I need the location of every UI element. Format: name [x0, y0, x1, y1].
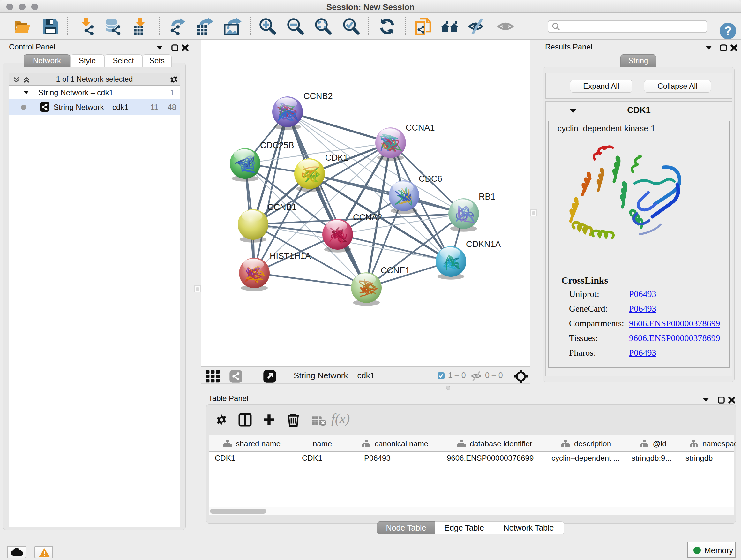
svg-text:HIST1H1A: HIST1H1A — [270, 251, 311, 261]
svg-text:CDK1: CDK1 — [325, 153, 348, 163]
svg-text:CDKN1A: CDKN1A — [466, 240, 501, 249]
svg-text:CCNB1: CCNB1 — [267, 202, 297, 212]
svg-text:RB1: RB1 — [479, 192, 495, 201]
svg-text:CCNA2: CCNA2 — [353, 212, 382, 222]
svg-text:?: ? — [724, 24, 731, 38]
svg-text:CCNE1: CCNE1 — [381, 266, 410, 275]
svg-text:CDC6: CDC6 — [419, 174, 442, 184]
svg-text:CCNA1: CCNA1 — [406, 123, 435, 132]
svg-text:CCNB2: CCNB2 — [304, 91, 333, 101]
svg-text:CDC25B: CDC25B — [260, 140, 294, 150]
